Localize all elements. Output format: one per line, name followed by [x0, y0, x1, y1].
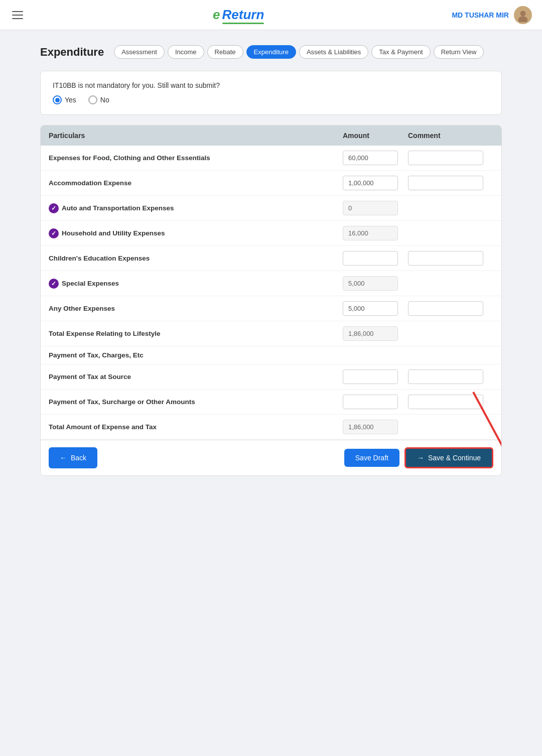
back-button[interactable]: ← Back [49, 447, 97, 468]
app-header: eReturn MD TUSHAR MIR [0, 0, 542, 30]
amount-input-auto-transport [343, 201, 398, 215]
back-arrow-icon: ← [60, 454, 67, 462]
save-continue-button[interactable]: → Save & Continue [404, 447, 493, 468]
user-section: MD TUSHAR MIR [452, 6, 532, 24]
payment-section-label: Payment of Tax, Charges, Etc [41, 346, 501, 364]
table-row: Children's Education Expenses [41, 246, 501, 271]
row-label-tax-at-source: Payment of Tax at Source [49, 373, 343, 381]
expand-icon-special[interactable]: ✓ [49, 279, 59, 289]
amount-input-food-clothing[interactable] [343, 151, 398, 165]
row-label-special-expenses: ✓ Special Expenses [49, 279, 343, 289]
radio-no-circle [88, 95, 97, 104]
row-label-auto-transport: ✓ Auto and Transportation Expenses [49, 203, 343, 213]
amount-input-other-expenses[interactable] [343, 301, 398, 316]
avatar[interactable] [514, 6, 532, 24]
arrow-right-icon: → [417, 454, 424, 462]
hamburger-menu[interactable] [10, 9, 25, 21]
col-amount: Amount [343, 132, 408, 140]
radio-group: Yes No [53, 95, 489, 104]
form-table: Particulars Amount Comment Expenses for … [40, 125, 502, 476]
svg-point-1 [520, 11, 526, 16]
comment-input-tax-surcharge[interactable] [408, 395, 483, 409]
amount-input-tax-at-source[interactable] [343, 369, 398, 384]
table-row: Total Amount of Expense and Tax [41, 415, 501, 440]
row-label-food-clothing: Expenses for Food, Clothing and Other Es… [49, 154, 343, 162]
nav-section: Expenditure Assessment Income Rebate Exp… [40, 45, 502, 59]
radio-yes-label: Yes [65, 96, 76, 104]
table-row: ✓ Household and Utility Expenses [41, 221, 501, 246]
row-label-household: ✓ Household and Utility Expenses [49, 228, 343, 238]
tab-return-view[interactable]: Return View [434, 45, 484, 59]
table-row: Any Other Expenses [41, 296, 501, 321]
tab-tax-payment[interactable]: Tax & Payment [371, 45, 430, 59]
expand-icon-auto[interactable]: ✓ [49, 203, 59, 213]
table-row: ✓ Special Expenses [41, 271, 501, 296]
comment-input-children-education[interactable] [408, 251, 483, 266]
amount-input-total-expense-tax [343, 420, 398, 434]
expand-icon-household[interactable]: ✓ [49, 228, 59, 238]
row-label-tax-surcharge: Payment of Tax, Surcharge or Other Amoun… [49, 398, 343, 406]
back-label: Back [71, 454, 86, 462]
tab-assets-liabilities[interactable]: Assets & Liabilities [299, 45, 368, 59]
comment-input-tax-at-source[interactable] [408, 369, 483, 384]
tab-rebate[interactable]: Rebate [207, 45, 243, 59]
tab-expenditure[interactable]: Expenditure [246, 45, 296, 59]
table-row: Expenses for Food, Clothing and Other Es… [41, 146, 501, 171]
col-comment: Comment [408, 132, 493, 140]
nav-tabs: Assessment Income Rebate Expenditure Ass… [114, 45, 484, 59]
it10bb-question: IT10BB is not mandatory for you. Still w… [53, 81, 489, 89]
right-buttons: Save Draft → Save & Continue [344, 447, 493, 468]
row-label-children-education: Children's Education Expenses [49, 255, 343, 262]
tab-income[interactable]: Income [168, 45, 204, 59]
footer-buttons: ← Back Save Draft → Save & Continue [41, 440, 501, 475]
it10bb-box: IT10BB is not mandatory for you. Still w… [40, 71, 502, 115]
save-continue-label: Save & Continue [428, 454, 481, 462]
table-row: Payment of Tax, Surcharge or Other Amoun… [41, 390, 501, 415]
tab-assessment[interactable]: Assessment [114, 45, 165, 59]
amount-input-total-lifestyle [343, 326, 398, 341]
radio-no-label: No [100, 96, 109, 104]
user-name: MD TUSHAR MIR [452, 11, 509, 19]
amount-input-tax-surcharge[interactable] [343, 395, 398, 409]
amount-input-children-education[interactable] [343, 251, 398, 266]
amount-input-household [343, 226, 398, 240]
radio-yes-circle [53, 95, 62, 104]
radio-yes[interactable]: Yes [53, 95, 76, 104]
app-logo: eReturn [213, 7, 264, 23]
table-header: Particulars Amount Comment [41, 125, 501, 146]
table-row: Payment of Tax at Source [41, 364, 501, 390]
col-particulars: Particulars [49, 132, 343, 140]
comment-input-food-clothing[interactable] [408, 151, 483, 165]
amount-input-special-expenses [343, 276, 398, 291]
row-label-accommodation: Accommodation Expense [49, 179, 343, 187]
row-label-total-expense-tax: Total Amount of Expense and Tax [49, 423, 343, 431]
table-row: Total Expense Relating to Lifestyle [41, 321, 501, 346]
table-row: Accommodation Expense [41, 171, 501, 196]
svg-marker-4 [501, 446, 502, 457]
row-label-other-expenses: Any Other Expenses [49, 305, 343, 312]
comment-input-accommodation[interactable] [408, 176, 483, 190]
page-title: Expenditure [40, 46, 104, 59]
radio-no[interactable]: No [88, 95, 109, 104]
save-draft-button[interactable]: Save Draft [344, 449, 399, 467]
comment-input-other-expenses[interactable] [408, 301, 483, 316]
logo-e: e [213, 7, 220, 23]
row-label-total-lifestyle: Total Expense Relating to Lifestyle [49, 330, 343, 337]
amount-input-accommodation[interactable] [343, 176, 398, 190]
table-row: ✓ Auto and Transportation Expenses [41, 196, 501, 221]
logo-return: Return [222, 7, 264, 23]
